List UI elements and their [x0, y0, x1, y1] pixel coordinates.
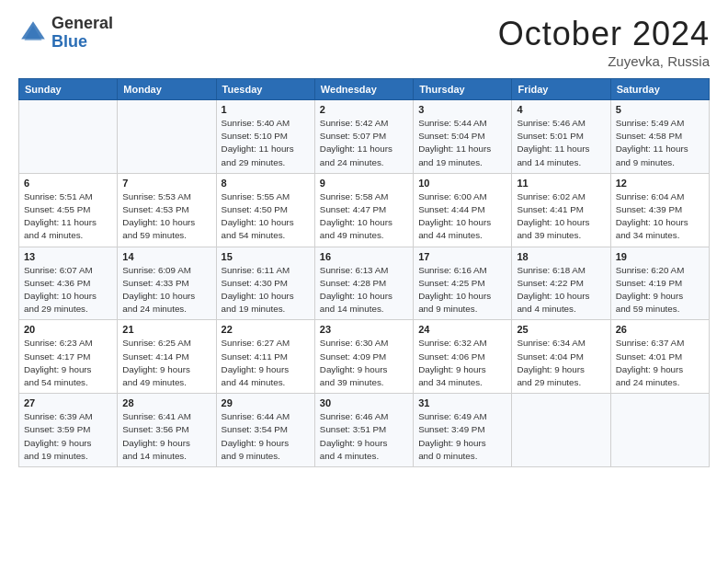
- day-info: Sunrise: 5:51 AM Sunset: 4:55 PM Dayligh…: [24, 190, 112, 243]
- day-number: 25: [517, 324, 605, 335]
- day-cell: 19Sunrise: 6:20 AM Sunset: 4:19 PM Dayli…: [610, 247, 709, 320]
- day-cell: 30Sunrise: 6:46 AM Sunset: 3:51 PM Dayli…: [314, 394, 413, 467]
- day-info: Sunrise: 6:27 AM Sunset: 4:11 PM Dayligh…: [222, 337, 310, 389]
- day-number: 28: [122, 397, 210, 408]
- calendar-table: Sunday Monday Tuesday Wednesday Thursday…: [18, 78, 710, 467]
- day-number: 26: [616, 324, 704, 335]
- day-info: Sunrise: 5:53 AM Sunset: 4:53 PM Dayligh…: [122, 190, 210, 243]
- day-cell: 29Sunrise: 6:44 AM Sunset: 3:54 PM Dayli…: [216, 394, 314, 467]
- day-info: Sunrise: 6:30 AM Sunset: 4:09 PM Dayligh…: [320, 337, 408, 389]
- day-info: Sunrise: 6:00 AM Sunset: 4:44 PM Dayligh…: [418, 190, 506, 243]
- day-number: 15: [222, 251, 310, 262]
- day-number: 6: [24, 178, 112, 189]
- day-number: 14: [122, 251, 210, 262]
- day-number: 2: [320, 104, 408, 115]
- day-info: Sunrise: 6:02 AM Sunset: 4:41 PM Dayligh…: [517, 190, 605, 243]
- day-cell: 1Sunrise: 5:40 AM Sunset: 5:10 PM Daylig…: [216, 100, 314, 174]
- day-info: Sunrise: 5:58 AM Sunset: 4:47 PM Dayligh…: [320, 190, 408, 243]
- day-number: 20: [24, 324, 112, 335]
- day-cell: [118, 100, 216, 174]
- day-info: Sunrise: 6:23 AM Sunset: 4:17 PM Dayligh…: [24, 337, 112, 389]
- day-number: 8: [222, 178, 310, 189]
- day-number: 27: [24, 397, 112, 408]
- col-tuesday: Tuesday: [216, 79, 314, 100]
- col-thursday: Thursday: [414, 79, 512, 100]
- day-cell: 16Sunrise: 6:13 AM Sunset: 4:28 PM Dayli…: [314, 247, 413, 320]
- day-info: Sunrise: 5:49 AM Sunset: 4:58 PM Dayligh…: [616, 117, 704, 169]
- week-row-1: 1Sunrise: 5:40 AM Sunset: 5:10 PM Daylig…: [19, 100, 710, 174]
- day-cell: 28Sunrise: 6:41 AM Sunset: 3:56 PM Dayli…: [118, 394, 216, 467]
- page: General Blue October 2024 Zuyevka, Russi…: [0, 0, 728, 563]
- day-number: 16: [320, 251, 408, 262]
- day-cell: 20Sunrise: 6:23 AM Sunset: 4:17 PM Dayli…: [19, 320, 118, 394]
- day-number: 30: [320, 397, 408, 408]
- day-number: 11: [517, 178, 605, 189]
- col-saturday: Saturday: [610, 79, 709, 100]
- day-info: Sunrise: 6:11 AM Sunset: 4:30 PM Dayligh…: [222, 264, 310, 316]
- day-info: Sunrise: 6:49 AM Sunset: 3:49 PM Dayligh…: [418, 410, 506, 463]
- header-row: Sunday Monday Tuesday Wednesday Thursday…: [19, 79, 710, 100]
- day-info: Sunrise: 6:04 AM Sunset: 4:39 PM Dayligh…: [616, 190, 704, 243]
- day-number: 18: [517, 251, 605, 262]
- day-info: Sunrise: 6:16 AM Sunset: 4:25 PM Dayligh…: [418, 264, 506, 316]
- day-cell: 27Sunrise: 6:39 AM Sunset: 3:59 PM Dayli…: [19, 394, 118, 467]
- day-number: 24: [418, 324, 506, 335]
- day-number: 4: [517, 104, 605, 115]
- day-cell: [19, 100, 118, 174]
- week-row-3: 13Sunrise: 6:07 AM Sunset: 4:36 PM Dayli…: [19, 247, 710, 320]
- day-info: Sunrise: 5:42 AM Sunset: 5:07 PM Dayligh…: [320, 117, 408, 169]
- logo-blue-text: Blue: [51, 32, 87, 51]
- title-location: Zuyevka, Russia: [498, 53, 710, 69]
- day-info: Sunrise: 6:07 AM Sunset: 4:36 PM Dayligh…: [24, 264, 112, 316]
- day-number: 31: [418, 397, 506, 408]
- day-cell: 10Sunrise: 6:00 AM Sunset: 4:44 PM Dayli…: [414, 173, 512, 247]
- day-info: Sunrise: 6:09 AM Sunset: 4:33 PM Dayligh…: [122, 264, 210, 316]
- day-number: 21: [122, 324, 210, 335]
- day-cell: 21Sunrise: 6:25 AM Sunset: 4:14 PM Dayli…: [118, 320, 216, 394]
- day-cell: 18Sunrise: 6:18 AM Sunset: 4:22 PM Dayli…: [512, 247, 610, 320]
- week-row-5: 27Sunrise: 6:39 AM Sunset: 3:59 PM Dayli…: [19, 394, 710, 467]
- day-cell: 9Sunrise: 5:58 AM Sunset: 4:47 PM Daylig…: [314, 173, 413, 247]
- day-number: 22: [222, 324, 310, 335]
- day-number: 3: [418, 104, 506, 115]
- day-number: 12: [616, 178, 704, 189]
- day-info: Sunrise: 6:34 AM Sunset: 4:04 PM Dayligh…: [517, 337, 605, 389]
- col-monday: Monday: [118, 79, 216, 100]
- day-cell: 24Sunrise: 6:32 AM Sunset: 4:06 PM Dayli…: [414, 320, 512, 394]
- logo-icon: [18, 18, 48, 48]
- day-cell: 13Sunrise: 6:07 AM Sunset: 4:36 PM Dayli…: [19, 247, 118, 320]
- day-info: Sunrise: 6:20 AM Sunset: 4:19 PM Dayligh…: [616, 264, 704, 316]
- title-month: October 2024: [498, 15, 710, 53]
- col-sunday: Sunday: [19, 79, 118, 100]
- day-info: Sunrise: 6:32 AM Sunset: 4:06 PM Dayligh…: [418, 337, 506, 389]
- day-number: 7: [122, 178, 210, 189]
- day-info: Sunrise: 6:37 AM Sunset: 4:01 PM Dayligh…: [616, 337, 704, 389]
- day-cell: 14Sunrise: 6:09 AM Sunset: 4:33 PM Dayli…: [118, 247, 216, 320]
- day-number: 1: [222, 104, 310, 115]
- col-friday: Friday: [512, 79, 610, 100]
- day-info: Sunrise: 6:18 AM Sunset: 4:22 PM Dayligh…: [517, 264, 605, 316]
- week-row-4: 20Sunrise: 6:23 AM Sunset: 4:17 PM Dayli…: [19, 320, 710, 394]
- day-cell: [512, 394, 610, 467]
- day-info: Sunrise: 6:39 AM Sunset: 3:59 PM Dayligh…: [24, 410, 112, 463]
- day-number: 17: [418, 251, 506, 262]
- day-number: 13: [24, 251, 112, 262]
- day-cell: 22Sunrise: 6:27 AM Sunset: 4:11 PM Dayli…: [216, 320, 314, 394]
- day-number: 10: [418, 178, 506, 189]
- day-info: Sunrise: 5:55 AM Sunset: 4:50 PM Dayligh…: [222, 190, 310, 243]
- day-info: Sunrise: 6:25 AM Sunset: 4:14 PM Dayligh…: [122, 337, 210, 389]
- calendar-header: Sunday Monday Tuesday Wednesday Thursday…: [19, 79, 710, 100]
- day-cell: 5Sunrise: 5:49 AM Sunset: 4:58 PM Daylig…: [610, 100, 709, 174]
- day-cell: 15Sunrise: 6:11 AM Sunset: 4:30 PM Dayli…: [216, 247, 314, 320]
- day-cell: 3Sunrise: 5:44 AM Sunset: 5:04 PM Daylig…: [414, 100, 512, 174]
- day-cell: 4Sunrise: 5:46 AM Sunset: 5:01 PM Daylig…: [512, 100, 610, 174]
- day-cell: 12Sunrise: 6:04 AM Sunset: 4:39 PM Dayli…: [610, 173, 709, 247]
- calendar-body: 1Sunrise: 5:40 AM Sunset: 5:10 PM Daylig…: [19, 100, 710, 467]
- day-info: Sunrise: 6:41 AM Sunset: 3:56 PM Dayligh…: [122, 410, 210, 463]
- day-cell: [610, 394, 709, 467]
- day-info: Sunrise: 6:13 AM Sunset: 4:28 PM Dayligh…: [320, 264, 408, 316]
- day-cell: 17Sunrise: 6:16 AM Sunset: 4:25 PM Dayli…: [414, 247, 512, 320]
- logo: General Blue: [18, 15, 113, 52]
- title-block: October 2024 Zuyevka, Russia: [498, 15, 710, 69]
- logo-general-text: General: [51, 14, 113, 32]
